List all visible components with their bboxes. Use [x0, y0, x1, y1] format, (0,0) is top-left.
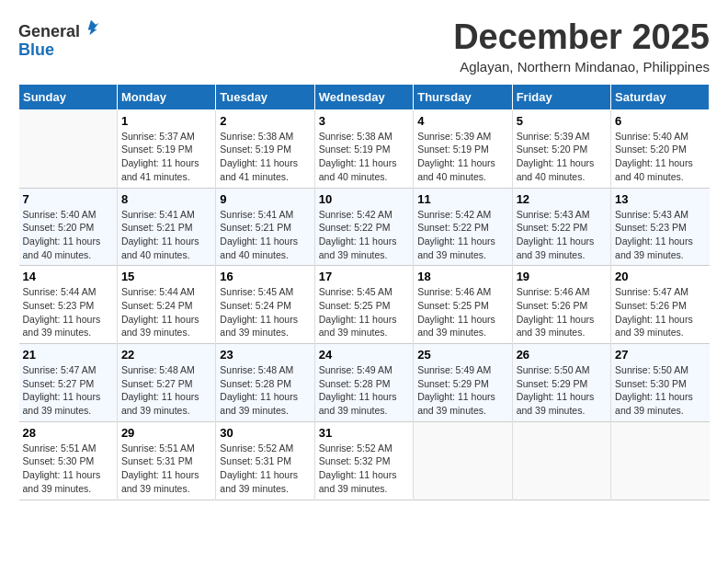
location-subtitle: Aglayan, Northern Mindanao, Philippines	[453, 59, 710, 75]
col-header-monday: Monday	[117, 84, 215, 109]
day-number: 8	[121, 192, 211, 206]
day-number: 26	[517, 348, 607, 362]
day-cell: 1Sunrise: 5:37 AM Sunset: 5:19 PM Daylig…	[117, 109, 215, 188]
day-cell: 12Sunrise: 5:43 AM Sunset: 5:22 PM Dayli…	[512, 188, 610, 266]
day-number: 11	[417, 192, 507, 206]
day-info: Sunrise: 5:45 AM Sunset: 5:25 PM Dayligh…	[319, 285, 409, 339]
day-number: 16	[220, 270, 310, 283]
day-number: 7	[23, 192, 113, 206]
day-cell: 27Sunrise: 5:50 AM Sunset: 5:30 PM Dayli…	[611, 344, 710, 422]
col-header-saturday: Saturday	[611, 84, 710, 109]
day-info: Sunrise: 5:52 AM Sunset: 5:31 PM Dayligh…	[220, 442, 310, 496]
day-cell: 29Sunrise: 5:51 AM Sunset: 5:31 PM Dayli…	[117, 421, 215, 500]
day-cell: 16Sunrise: 5:45 AM Sunset: 5:24 PM Dayli…	[216, 266, 314, 344]
logo-icon	[82, 18, 100, 37]
day-info: Sunrise: 5:46 AM Sunset: 5:25 PM Dayligh…	[417, 285, 507, 339]
day-info: Sunrise: 5:45 AM Sunset: 5:24 PM Dayligh…	[220, 285, 310, 339]
day-cell: 2Sunrise: 5:38 AM Sunset: 5:19 PM Daylig…	[216, 109, 314, 188]
day-info: Sunrise: 5:39 AM Sunset: 5:19 PM Dayligh…	[417, 130, 507, 184]
day-info: Sunrise: 5:44 AM Sunset: 5:24 PM Dayligh…	[121, 285, 211, 339]
day-info: Sunrise: 5:51 AM Sunset: 5:31 PM Dayligh…	[121, 442, 211, 496]
day-number: 10	[319, 192, 409, 206]
day-info: Sunrise: 5:41 AM Sunset: 5:21 PM Dayligh…	[220, 208, 310, 262]
day-cell: 24Sunrise: 5:49 AM Sunset: 5:28 PM Dayli…	[314, 344, 413, 422]
day-number: 24	[319, 348, 409, 362]
day-cell: 8Sunrise: 5:41 AM Sunset: 5:21 PM Daylig…	[117, 188, 215, 266]
day-cell: 15Sunrise: 5:44 AM Sunset: 5:24 PM Dayli…	[117, 266, 215, 344]
day-info: Sunrise: 5:51 AM Sunset: 5:30 PM Dayligh…	[23, 442, 113, 496]
col-header-friday: Friday	[512, 84, 610, 109]
day-cell	[512, 421, 610, 500]
day-info: Sunrise: 5:47 AM Sunset: 5:27 PM Dayligh…	[23, 363, 113, 418]
week-row-4: 21Sunrise: 5:47 AM Sunset: 5:27 PM Dayli…	[19, 344, 710, 422]
day-info: Sunrise: 5:41 AM Sunset: 5:21 PM Dayligh…	[121, 208, 211, 262]
week-row-2: 7Sunrise: 5:40 AM Sunset: 5:20 PM Daylig…	[19, 188, 710, 266]
month-title: December 2025	[453, 18, 710, 57]
day-number: 2	[220, 114, 310, 128]
day-number: 27	[615, 348, 705, 362]
day-cell: 31Sunrise: 5:52 AM Sunset: 5:32 PM Dayli…	[314, 421, 413, 500]
day-info: Sunrise: 5:43 AM Sunset: 5:23 PM Dayligh…	[615, 208, 705, 262]
day-cell: 7Sunrise: 5:40 AM Sunset: 5:20 PM Daylig…	[19, 188, 118, 266]
day-number: 4	[417, 114, 507, 128]
week-row-1: 1Sunrise: 5:37 AM Sunset: 5:19 PM Daylig…	[19, 109, 710, 188]
day-info: Sunrise: 5:38 AM Sunset: 5:19 PM Dayligh…	[220, 130, 310, 184]
logo-general: General	[18, 23, 80, 41]
day-info: Sunrise: 5:46 AM Sunset: 5:26 PM Dayligh…	[517, 285, 607, 339]
calendar-table: SundayMondayTuesdayWednesdayThursdayFrid…	[18, 84, 710, 500]
day-number: 30	[220, 426, 310, 440]
day-info: Sunrise: 5:52 AM Sunset: 5:32 PM Dayligh…	[319, 442, 409, 496]
day-cell: 9Sunrise: 5:41 AM Sunset: 5:21 PM Daylig…	[216, 188, 314, 266]
day-number: 20	[615, 270, 705, 283]
day-cell: 22Sunrise: 5:48 AM Sunset: 5:27 PM Dayli…	[117, 344, 215, 422]
day-cell: 26Sunrise: 5:50 AM Sunset: 5:29 PM Dayli…	[512, 344, 610, 422]
day-number: 14	[23, 270, 113, 283]
day-cell	[19, 109, 118, 188]
day-number: 25	[417, 348, 507, 362]
day-info: Sunrise: 5:42 AM Sunset: 5:22 PM Dayligh…	[417, 208, 507, 262]
day-cell: 14Sunrise: 5:44 AM Sunset: 5:23 PM Dayli…	[19, 266, 118, 344]
day-number: 5	[517, 114, 607, 128]
day-info: Sunrise: 5:48 AM Sunset: 5:27 PM Dayligh…	[121, 363, 211, 418]
day-number: 31	[319, 426, 409, 440]
week-row-3: 14Sunrise: 5:44 AM Sunset: 5:23 PM Dayli…	[19, 266, 710, 344]
day-number: 3	[319, 114, 409, 128]
day-cell: 17Sunrise: 5:45 AM Sunset: 5:25 PM Dayli…	[314, 266, 413, 344]
day-info: Sunrise: 5:37 AM Sunset: 5:19 PM Dayligh…	[121, 130, 211, 184]
day-cell: 21Sunrise: 5:47 AM Sunset: 5:27 PM Dayli…	[19, 344, 118, 422]
day-cell: 13Sunrise: 5:43 AM Sunset: 5:23 PM Dayli…	[611, 188, 710, 266]
logo: General Blue	[18, 23, 100, 60]
title-block: December 2025 Aglayan, Northern Mindanao…	[453, 18, 710, 75]
day-cell: 11Sunrise: 5:42 AM Sunset: 5:22 PM Dayli…	[414, 188, 512, 266]
day-info: Sunrise: 5:42 AM Sunset: 5:22 PM Dayligh…	[319, 208, 409, 262]
col-header-thursday: Thursday	[414, 84, 512, 109]
day-info: Sunrise: 5:39 AM Sunset: 5:20 PM Dayligh…	[517, 130, 607, 184]
day-info: Sunrise: 5:48 AM Sunset: 5:28 PM Dayligh…	[220, 363, 310, 418]
day-cell: 6Sunrise: 5:40 AM Sunset: 5:20 PM Daylig…	[611, 109, 710, 188]
day-number: 1	[121, 114, 211, 128]
day-number: 6	[615, 114, 705, 128]
col-header-tuesday: Tuesday	[216, 84, 314, 109]
day-number: 12	[517, 192, 607, 206]
day-info: Sunrise: 5:49 AM Sunset: 5:29 PM Dayligh…	[417, 363, 507, 418]
day-info: Sunrise: 5:50 AM Sunset: 5:29 PM Dayligh…	[517, 363, 607, 418]
day-info: Sunrise: 5:43 AM Sunset: 5:22 PM Dayligh…	[517, 208, 607, 262]
day-number: 18	[417, 270, 507, 283]
day-number: 9	[220, 192, 310, 206]
day-cell: 18Sunrise: 5:46 AM Sunset: 5:25 PM Dayli…	[414, 266, 512, 344]
day-number: 13	[615, 192, 705, 206]
day-cell: 5Sunrise: 5:39 AM Sunset: 5:20 PM Daylig…	[512, 109, 610, 188]
day-cell: 25Sunrise: 5:49 AM Sunset: 5:29 PM Dayli…	[414, 344, 512, 422]
col-header-sunday: Sunday	[19, 84, 118, 109]
day-cell: 30Sunrise: 5:52 AM Sunset: 5:31 PM Dayli…	[216, 421, 314, 500]
day-number: 22	[121, 348, 211, 362]
day-cell: 19Sunrise: 5:46 AM Sunset: 5:26 PM Dayli…	[512, 266, 610, 344]
day-number: 28	[23, 426, 113, 440]
day-number: 15	[121, 270, 211, 283]
day-info: Sunrise: 5:49 AM Sunset: 5:28 PM Dayligh…	[319, 363, 409, 418]
day-cell: 20Sunrise: 5:47 AM Sunset: 5:26 PM Dayli…	[611, 266, 710, 344]
week-row-5: 28Sunrise: 5:51 AM Sunset: 5:30 PM Dayli…	[19, 421, 710, 500]
logo-blue: Blue	[18, 41, 100, 60]
day-info: Sunrise: 5:40 AM Sunset: 5:20 PM Dayligh…	[23, 208, 113, 262]
day-cell	[611, 421, 710, 500]
